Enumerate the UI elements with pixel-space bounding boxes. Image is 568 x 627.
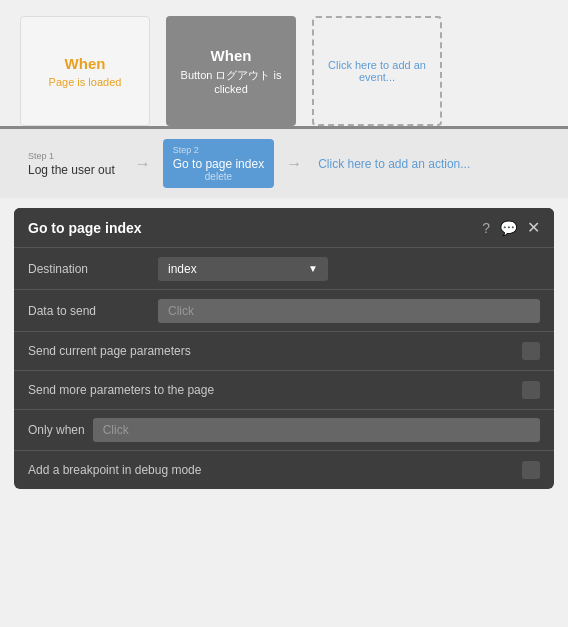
step2-label: Step 2 — [173, 145, 264, 155]
placeholder-event-card[interactable]: Click here to add an event... — [312, 16, 442, 126]
step2-title: Go to page index — [173, 157, 264, 171]
send-current-row: Send current page parameters — [14, 331, 554, 370]
help-icon[interactable]: ? — [482, 220, 490, 236]
destination-row: Destination index ▼ — [14, 247, 554, 289]
send-more-row: Send more parameters to the page — [14, 370, 554, 409]
destination-label: Destination — [28, 262, 158, 276]
destination-value: index — [168, 262, 197, 276]
comment-icon[interactable]: 💬 — [500, 220, 517, 236]
send-current-checkbox[interactable] — [522, 342, 540, 360]
step1-box: Step 1 Log the user out — [20, 147, 123, 181]
active-event-card[interactable]: When Button ログアウト is clicked — [166, 16, 296, 126]
data-to-send-label: Data to send — [28, 304, 158, 318]
inactive-event-title: When — [65, 55, 106, 72]
steps-section: Step 1 Log the user out → Step 2 Go to p… — [0, 126, 568, 198]
data-to-send-control: Click — [158, 299, 540, 323]
step2-box[interactable]: Step 2 Go to page index delete — [163, 139, 274, 188]
panel-header: Go to page index ? 💬 ✕ — [14, 208, 554, 247]
destination-dropdown[interactable]: index ▼ — [158, 257, 328, 281]
panel-icons: ? 💬 ✕ — [482, 218, 540, 237]
step1-title: Log the user out — [28, 163, 115, 177]
debug-row: Add a breakpoint in debug mode — [14, 450, 554, 489]
dropdown-arrow-icon: ▼ — [308, 263, 318, 274]
data-to-send-row: Data to send Click — [14, 289, 554, 331]
arrow-icon-2: → — [286, 155, 302, 173]
close-icon[interactable]: ✕ — [527, 218, 540, 237]
panel: Go to page index ? 💬 ✕ Destination index… — [14, 208, 554, 489]
placeholder-event-text: Click here to add an event... — [324, 59, 430, 83]
send-more-label: Send more parameters to the page — [28, 383, 214, 397]
debug-checkbox[interactable] — [522, 461, 540, 479]
add-action-link[interactable]: Click here to add an action... — [318, 157, 470, 171]
only-when-label: Only when — [28, 423, 85, 437]
panel-title: Go to page index — [28, 220, 142, 236]
only-when-input[interactable]: Click — [93, 418, 540, 442]
send-current-label: Send current page parameters — [28, 344, 191, 358]
inactive-event-subtitle: Page is loaded — [49, 76, 122, 88]
send-more-checkbox[interactable] — [522, 381, 540, 399]
data-to-send-input[interactable]: Click — [158, 299, 540, 323]
active-event-title: When — [211, 47, 252, 64]
only-when-row: Only when Click — [14, 409, 554, 450]
inactive-event-card[interactable]: When Page is loaded — [20, 16, 150, 126]
step2-delete[interactable]: delete — [173, 171, 264, 182]
destination-control: index ▼ — [158, 257, 540, 281]
arrow-icon-1: → — [135, 155, 151, 173]
debug-label: Add a breakpoint in debug mode — [28, 463, 201, 477]
events-section: When Page is loaded When Button ログアウト is… — [0, 0, 568, 126]
step1-label: Step 1 — [28, 151, 115, 161]
active-event-subtitle: Button ログアウト is clicked — [176, 68, 286, 95]
